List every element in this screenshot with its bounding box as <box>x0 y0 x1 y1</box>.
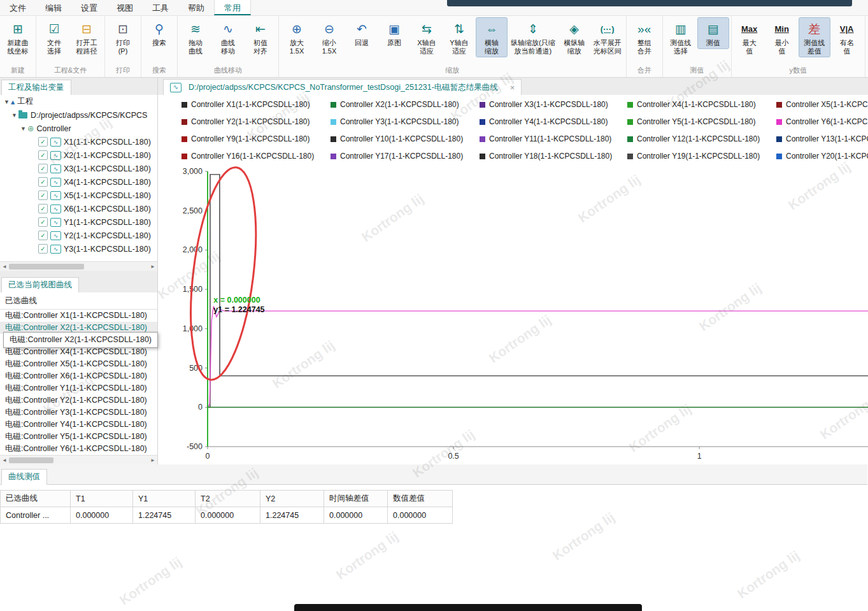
checkbox-checked-icon[interactable]: ✓ <box>38 177 48 187</box>
legend-item[interactable]: Controller Y13(1-1-KCPCSDLL-180) <box>776 134 868 143</box>
expand-cursor-range-button[interactable]: (···)水平展开 光标区间 <box>591 17 624 57</box>
legend-item[interactable]: Controller Y2(1-1-KCPCSDLL-180) <box>181 117 310 126</box>
tree-item-variable[interactable]: ✓∿X5(1-1-KCPCSDLL-180) <box>0 189 157 202</box>
legend-item[interactable]: Controller X1(1-1-KCPCSDLL-180) <box>181 100 310 109</box>
merge-group-button[interactable]: »«整组 合并 <box>629 17 660 57</box>
tree-item-variable[interactable]: ✓∿X4(1-1-KCPCSDLL-180) <box>0 175 157 189</box>
move-curve-button[interactable]: ∿曲线 移动 <box>212 17 244 57</box>
legend-item[interactable]: Controller Y9(1-1-KCPCSDLL-180) <box>181 134 310 143</box>
curve-list-item[interactable]: 电磁:Controller X5(1-1-KCPCSDLL-180) <box>0 358 157 370</box>
curve-list-item[interactable]: 电磁:Controller Y5(1-1-KCPCSDLL-180) <box>0 431 157 443</box>
drag-curve-button[interactable]: ≋拖动 曲线 <box>180 17 211 57</box>
tree-item-variable[interactable]: ✓∿Y2(1-1-KCPCSDLL-180) <box>0 229 157 242</box>
checkbox-checked-icon[interactable]: ✓ <box>38 164 48 173</box>
tree-item-variable[interactable]: ✓∿X6(1-1-KCPCSDLL-180) <box>0 202 157 215</box>
chevron-down-icon[interactable]: ▼ <box>10 112 18 119</box>
curve-list-item[interactable]: 电磁:Controller Y1(1-1-KCPCSDLL-180) <box>0 382 157 394</box>
zoom-out-1-5x-button[interactable]: ⊖缩小 1.5X <box>313 17 345 57</box>
curve-list-item[interactable]: 电磁:Controller X1(1-1-KCPCSDLL-180) <box>0 310 157 322</box>
legend-item[interactable]: Controller Y18(1-1-KCPCSDLL-180) <box>480 152 612 161</box>
chart-document-tab[interactable]: ∿ D:/project/adpss/KCPCS/KCPCS_NoTransfo… <box>163 79 522 96</box>
tree-item-variable[interactable]: ✓∿Y1(1-1-KCPCSDLL-180) <box>0 215 157 229</box>
legend-item[interactable]: Controller Y19(1-1-KCPCSDLL-180) <box>627 152 760 161</box>
menu-item-common[interactable]: 常用 <box>214 0 251 15</box>
min-value-button[interactable]: Min最小 值 <box>766 17 798 57</box>
menu-item-view[interactable]: 视图 <box>107 0 143 15</box>
scroll-left-icon[interactable]: ◄ <box>0 264 9 270</box>
menu-item-help[interactable]: 帮助 <box>178 0 214 15</box>
checkbox-checked-icon[interactable]: ✓ <box>38 137 48 147</box>
legend-item[interactable]: Controller Y4(1-1-KCPCSDLL-180) <box>480 117 608 126</box>
open-project-path-button[interactable]: ⊟打开工 程路径 <box>71 17 103 57</box>
scrollbar-thumb[interactable] <box>9 264 84 270</box>
chevron-down-icon[interactable]: ▼ <box>3 99 11 105</box>
checkbox-checked-icon[interactable]: ✓ <box>38 217 48 227</box>
search-button[interactable]: ⚲搜索 <box>143 17 175 49</box>
legend-item[interactable]: Controller Y12(1-1-KCPCSDLL-180) <box>627 134 760 143</box>
curve-list-item[interactable]: 电磁:Controller X6(1-1-KCPCSDLL-180) <box>0 370 157 382</box>
curve-list-item[interactable]: 电磁:Controller Y6(1-1-KCPCSDLL-180) <box>0 443 157 455</box>
close-icon[interactable]: × <box>510 83 515 92</box>
top-search-bar[interactable] <box>447 0 852 6</box>
menu-item-tools[interactable]: 工具 <box>143 0 178 15</box>
legend-item[interactable]: Controller X2(1-1-KCPCSDLL-180) <box>331 100 459 109</box>
tree-root-project[interactable]: ▼▴工程 <box>0 95 157 108</box>
zoom-in-1-5x-button[interactable]: ⊕放大 1.5X <box>281 17 313 57</box>
tree-item-variable[interactable]: ✓∿X3(1-1-KCPCSDLL-180) <box>0 162 157 175</box>
legend-item[interactable]: Controller X5(1-1-KCPCSDLL-180) <box>776 100 868 109</box>
checkbox-checked-icon[interactable]: ✓ <box>38 231 48 240</box>
named-value-button[interactable]: V|A有名 值 <box>831 17 863 57</box>
measure-table-row[interactable]: Controller ...0.0000001.2247450.0000001.… <box>1 507 453 524</box>
x-axis-zoom-button[interactable]: ⇔横轴 缩放 <box>476 17 508 57</box>
menu-item-file[interactable]: 文件 <box>0 0 36 15</box>
measure-line-select-button[interactable]: ▥测值线 选择 <box>665 17 697 57</box>
checkbox-checked-icon[interactable]: ✓ <box>38 150 48 160</box>
x-axis-fit-button[interactable]: ⇆X轴自 适应 <box>411 17 443 57</box>
y-axis-zoom-channel-button[interactable]: ⇕纵轴缩放(只缩 放当前通道) <box>508 17 558 57</box>
legend-item[interactable]: Controller Y3(1-1-KCPCSDLL-180) <box>331 117 459 126</box>
legend-item[interactable]: Controller X3(1-1-KCPCSDLL-180) <box>480 100 608 109</box>
tab-project-variables[interactable]: 工程及输出变量 <box>1 80 71 96</box>
scroll-right-icon[interactable]: ► <box>148 457 157 463</box>
scrollbar-thumb[interactable] <box>9 457 53 463</box>
curve-plot[interactable]: -50005001,0001,5002,0002,5003,00000.51x … <box>158 168 868 464</box>
legend-item[interactable]: Controller Y10(1-1-KCPCSDLL-180) <box>331 134 463 143</box>
new-curve-axes-button[interactable]: ⊞新建曲 线坐标 <box>2 17 34 57</box>
tree-folder-project-path[interactable]: ▼D:/project/adpss/KCPCS/KCPCS <box>0 108 157 122</box>
legend-item[interactable]: Controller Y6(1-1-KCPCSDLL-180) <box>776 117 868 126</box>
legend-item[interactable]: Controller Y11(1-1-KCPCSDLL-180) <box>480 134 611 143</box>
legend-item[interactable]: Controller Y5(1-1-KCPCSDLL-180) <box>627 117 756 126</box>
y-axis-fit-button[interactable]: ⇅Y轴自 适应 <box>443 17 475 57</box>
menu-item-settings[interactable]: 设置 <box>71 0 107 15</box>
file-select-button[interactable]: ☑文件 选择 <box>38 17 70 57</box>
legend-item[interactable]: Controller Y20(1-1-KCPCSDLL-180) <box>776 152 868 161</box>
original-view-button[interactable]: ▣原图 <box>378 17 410 49</box>
legend-item[interactable]: Controller Y17(1-1-KCPCSDLL-180) <box>331 152 463 161</box>
max-value-button[interactable]: Max最大 值 <box>734 17 765 57</box>
curve-list-item[interactable]: 电磁:Controller Y3(1-1-KCPCSDLL-180) <box>0 406 157 419</box>
scroll-right-icon[interactable]: ► <box>148 264 157 270</box>
print-button[interactable]: ⊡打印 (P) <box>107 17 139 57</box>
xy-axis-zoom-button[interactable]: ◈横纵轴 缩放 <box>559 17 590 57</box>
undo-view-button[interactable]: ↶回退 <box>346 17 378 49</box>
tree-item-variable[interactable]: ✓∿Y3(1-1-KCPCSDLL-180) <box>0 242 157 255</box>
measure-line-diff-button[interactable]: 差测值线 差值 <box>799 17 830 57</box>
init-value-align-button[interactable]: ⇤初值 对齐 <box>245 17 276 57</box>
menu-item-edit[interactable]: 编辑 <box>36 0 71 15</box>
scroll-left-icon[interactable]: ◄ <box>0 457 9 463</box>
tab-selected-view-curves[interactable]: 已选当前视图曲线 <box>1 277 79 293</box>
chevron-down-icon[interactable]: ▼ <box>19 126 27 132</box>
tree-node-controller[interactable]: ▼⊕Controller <box>0 122 157 135</box>
checkbox-checked-icon[interactable]: ✓ <box>38 204 48 213</box>
measure-value-icon: ▤ <box>708 20 719 39</box>
legend-item[interactable]: Controller X4(1-1-KCPCSDLL-180) <box>627 100 756 109</box>
checkbox-checked-icon[interactable]: ✓ <box>38 190 48 200</box>
tab-curve-measure[interactable]: 曲线测值 <box>1 469 47 485</box>
legend-item[interactable]: Controller Y16(1-1-KCPCSDLL-180) <box>181 152 314 161</box>
tree-item-variable[interactable]: ✓∿X1(1-1-KCPCSDLL-180) <box>0 135 157 148</box>
tree-item-variable[interactable]: ✓∿X2(1-1-KCPCSDLL-180) <box>0 148 157 162</box>
checkbox-checked-icon[interactable]: ✓ <box>38 244 48 254</box>
curve-list-item[interactable]: 电磁:Controller Y4(1-1-KCPCSDLL-180) <box>0 419 157 431</box>
curve-list-item[interactable]: 电磁:Controller Y2(1-1-KCPCSDLL-180) <box>0 394 157 406</box>
measure-value-button[interactable]: ▤测值 <box>697 17 729 49</box>
